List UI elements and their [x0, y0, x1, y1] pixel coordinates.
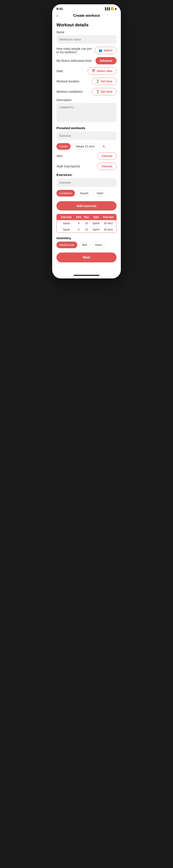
- main-content: Workout details Name How many people can…: [52, 20, 121, 273]
- th-exercise: Exercise: [58, 216, 75, 219]
- th-sets: Sets: [75, 216, 83, 219]
- preset-workouts-title: Preseted workouts: [56, 126, 117, 130]
- exercises-title: Exersices:: [56, 173, 117, 177]
- add-exercise-button[interactable]: Add exercise: [56, 201, 117, 211]
- advance-button[interactable]: Advance: [95, 57, 117, 64]
- td-type-1: Sprint: [90, 222, 102, 225]
- duration-row: Workout duration ⏳ Set time: [56, 78, 117, 85]
- chip-cardio[interactable]: Cardio: [56, 143, 70, 150]
- set-time-duration-button[interactable]: ⏳ Set time: [92, 78, 117, 85]
- chip-other[interactable]: S...: [99, 143, 110, 150]
- td-rep-2: 10: [83, 228, 91, 231]
- preset-search-input[interactable]: [56, 131, 117, 140]
- inventory-title: Inventory: [56, 236, 117, 240]
- people-label: How many people can join to my workout?: [56, 47, 95, 54]
- choose-sets-button[interactable]: Choose: [97, 152, 117, 160]
- set-time-cooldown-button[interactable]: ⌛ Set time: [92, 88, 117, 95]
- fitness-level-row: My fitness anthusiast level Advance: [56, 57, 117, 64]
- chip-stairs[interactable]: Stairs: [92, 242, 105, 248]
- people-icon: 👥: [99, 49, 103, 52]
- cooldown-row: Workout cooldowns ⌛ Set time: [56, 88, 117, 95]
- preset-chips-row: Cardio Tabata 10 mins S...: [56, 143, 117, 150]
- th-rep: Rep: [83, 216, 91, 219]
- td-intervals-1: 30 secs: [102, 222, 115, 225]
- home-bar: [74, 275, 99, 276]
- table-row: Squat 4 10 Sprint 30 secs: [57, 220, 116, 226]
- workout-name-input[interactable]: [56, 35, 117, 44]
- name-label: Name: [56, 30, 117, 34]
- home-indicator: [52, 273, 121, 278]
- wifi-icon: 📶: [111, 7, 114, 10]
- app-header: ‹ Create workout: [52, 12, 121, 20]
- style-row: Style (reps/sprint) Choose: [56, 163, 117, 170]
- exercises-table: Exercise Sets Rep Type Intervals Squat 4…: [56, 214, 117, 233]
- th-intervals: Intervals: [102, 216, 115, 219]
- chip-cooldown[interactable]: Cooldown: [56, 190, 75, 196]
- duration-label: Workout duration: [56, 80, 92, 83]
- description-input[interactable]: [56, 103, 117, 122]
- chip-squats[interactable]: Squats: [77, 190, 92, 196]
- sets-row: Sets Choose: [56, 152, 117, 160]
- exercises-chips-row: Cooldown Squats Swim: [56, 190, 117, 196]
- td-intervals-2: 30 secs: [102, 228, 115, 231]
- chip-medical-ball[interactable]: Medical ball: [56, 242, 77, 248]
- next-button[interactable]: Next: [56, 252, 117, 262]
- td-sets-2: 4: [75, 228, 83, 231]
- select-people-button[interactable]: 👥 Select: [95, 47, 117, 54]
- sets-label: Sets: [56, 154, 97, 158]
- inventory-section: Inventory Medical ball Ball Stairs: [56, 236, 117, 248]
- clock-icon: ⏳: [96, 80, 99, 83]
- exercises-section: Exersices: Cooldown Squats Swim Add exer…: [56, 173, 117, 214]
- select-date-button[interactable]: 📅 Select date: [88, 67, 117, 75]
- page-title: Create workout: [73, 13, 100, 18]
- back-button[interactable]: ‹: [56, 13, 58, 18]
- status-icons: ▐▐▐ 📶 ▮: [104, 7, 117, 10]
- chip-swim[interactable]: Swim: [93, 190, 107, 196]
- battery-icon: ▮: [115, 7, 117, 10]
- td-exercise-2: Squat: [58, 228, 75, 231]
- td-exercise-1: Squat: [58, 222, 75, 225]
- exercises-search-input[interactable]: [56, 178, 117, 187]
- status-time: 9:41: [56, 7, 63, 10]
- signal-icon: ▐▐▐: [104, 7, 110, 10]
- td-type-2: Sprint: [90, 228, 102, 231]
- th-type: Type: [90, 216, 102, 219]
- td-rep-1: 10: [83, 222, 91, 225]
- table-header-row: Exercise Sets Rep Type Intervals: [57, 214, 116, 220]
- fitness-level-label: My fitness anthusiast level: [56, 59, 95, 62]
- choose-style-button[interactable]: Choose: [97, 163, 117, 170]
- table-row: Squat 4 10 Sprint 30 secs: [57, 226, 116, 232]
- calendar-icon: 📅: [92, 69, 95, 73]
- sets-style-section: Sets Choose Style (reps/sprint) Choose: [56, 152, 117, 170]
- workout-details-section: Workout details Name How many people can…: [56, 23, 117, 126]
- chip-tabata[interactable]: Tabata 10 mins: [72, 143, 98, 150]
- cooldown-label: Workout cooldowns: [56, 90, 92, 93]
- description-label: Description: [56, 98, 117, 102]
- hourglass-icon: ⌛: [96, 90, 99, 93]
- preset-workouts-section: Preseted workouts Cardio Tabata 10 mins …: [56, 126, 117, 150]
- people-row: How many people can join to my workout? …: [56, 47, 117, 54]
- chip-ball[interactable]: Ball: [79, 242, 90, 248]
- section-title-workout: Workout details: [56, 23, 117, 27]
- status-bar: 9:41 ▐▐▐ 📶 ▮: [52, 4, 121, 12]
- date-row: Date: 📅 Select date: [56, 67, 117, 75]
- inventory-chips-row: Medical ball Ball Stairs: [56, 242, 117, 248]
- style-label: Style (reps/sprint): [56, 164, 97, 168]
- td-sets-1: 4: [75, 222, 83, 225]
- date-label: Date:: [56, 69, 88, 73]
